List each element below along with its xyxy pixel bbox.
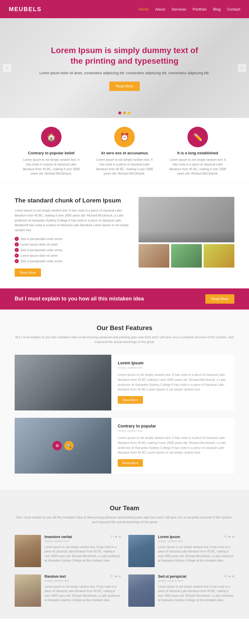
feature-card-text-2: Contrary to popular simply random text L… xyxy=(111,418,234,474)
about-readmore-button[interactable]: Read More xyxy=(15,268,41,277)
hero-dot-3[interactable] xyxy=(128,111,131,114)
social-facebook-2[interactable]: f xyxy=(224,535,225,538)
about-text: The standard chunk of Lorem Ipsum Lorem … xyxy=(15,197,130,277)
navbar: MEUBELS Home About Services Portfolio Bl… xyxy=(0,0,249,18)
social-twitter-4[interactable]: t xyxy=(226,575,227,578)
feature-card-desc-2: Lorem Ipsum is not simply random text. I… xyxy=(118,435,228,455)
banner-readmore-button[interactable]: Read More xyxy=(205,294,234,304)
hero-heading: Lorem Ipsum is simply dummy text of the … xyxy=(40,45,209,67)
social-heart-3[interactable]: ♥ xyxy=(115,575,117,578)
team-social-3: f t ♥ in xyxy=(111,575,121,578)
team-card-2: Lorem Ipsum f t ♥ in simply random text … xyxy=(128,535,235,567)
social-twitter-1[interactable]: t xyxy=(113,535,114,538)
hero-dot-2[interactable] xyxy=(123,111,126,114)
nav-portfolio[interactable]: Portfolio xyxy=(192,7,207,11)
feature-icon-edit: ✏️ xyxy=(187,127,208,147)
team-grid: Inventore veritat f t ♥ in simply random… xyxy=(15,535,234,607)
hero-prev-button[interactable]: ‹ xyxy=(3,64,11,72)
feature-card-sub-2: simply random text xyxy=(118,429,228,432)
nav-about[interactable]: About xyxy=(155,7,165,11)
feature-card-image-2: ⚙ 🔍 xyxy=(15,418,111,474)
features-row: 🏠 Contrary to popular belief Lorem Ipsum… xyxy=(0,118,249,179)
social-twitter-2[interactable]: t xyxy=(226,535,227,538)
team-role-2: simply random text xyxy=(158,540,235,543)
list-item: Sed ut perspiciatis unde omnis xyxy=(15,259,130,263)
team-desc-2: Lorem Ipsum is not simply random text. I… xyxy=(158,545,235,563)
team-name-3: Random text xyxy=(45,574,66,579)
hero-readmore-button[interactable]: Read More xyxy=(109,82,139,91)
feature-title-3: It is a long established xyxy=(167,151,228,155)
best-features-subtitle: But I must explain to you this mistaken … xyxy=(15,335,234,344)
social-heart-1[interactable]: ♥ xyxy=(115,535,117,538)
hero-next-button[interactable]: › xyxy=(238,64,246,72)
list-item: Lorem ipsum dolor sit amet xyxy=(15,242,130,246)
team-social-2: f t ♥ in xyxy=(224,535,234,538)
social-twitter-3[interactable]: t xyxy=(113,575,114,578)
feature-item-1: 🏠 Contrary to popular belief Lorem Ipsum… xyxy=(18,127,85,176)
social-facebook-4[interactable]: f xyxy=(224,575,225,578)
list-item: Lorem ipsum dolor sit amet xyxy=(15,253,130,258)
feature-card-sub-1: simply random text xyxy=(118,366,228,369)
hero-content: Lorem Ipsum is simply dummy text of the … xyxy=(40,45,209,91)
social-facebook-1[interactable]: f xyxy=(111,535,112,538)
about-image-small-1 xyxy=(139,244,169,268)
best-features-title: Our Best Features xyxy=(15,324,234,332)
feature-icon-home: 🏠 xyxy=(41,127,62,147)
about-body: Lorem Ipsum is not simply random text. I… xyxy=(15,208,130,233)
about-image-main xyxy=(139,197,234,242)
feature-title-2: At vero eos et accusamus xyxy=(94,151,155,155)
feature-card-btn-2[interactable]: Read More xyxy=(118,459,143,467)
feature-card-1: Lorem Ipsum simply random text Lorem Ips… xyxy=(15,355,234,410)
team-card-3: Random text f t ♥ in simply random text … xyxy=(15,574,121,607)
team-name-row-2: Lorem Ipsum f t ♥ in xyxy=(158,535,235,539)
feature-card-desc-1: Lorem Ipsum is not simply random text. I… xyxy=(118,372,228,392)
feature-desc-1: Lorem Ipsum is not simply random text. I… xyxy=(21,158,82,176)
team-photo-4 xyxy=(128,574,155,607)
feature-card-text-1: Lorem Ipsum simply random text Lorem Ips… xyxy=(111,355,234,410)
feature-card-title-1: Lorem Ipsum xyxy=(118,361,228,365)
team-role-3: simply random text xyxy=(45,579,121,582)
about-heading: The standard chunk of Lorem Ipsum xyxy=(15,197,130,204)
team-info-1: Inventore veritat f t ♥ in simply random… xyxy=(45,535,121,563)
brand-logo: MEUBELS xyxy=(9,6,139,13)
home-icon: 🏠 xyxy=(47,133,56,142)
social-heart-2[interactable]: ♥ xyxy=(229,535,231,538)
team-section: Our Team But I must explain to you all t… xyxy=(0,490,249,618)
team-name-1: Inventore veritat xyxy=(45,535,72,539)
hero-dot-1[interactable] xyxy=(118,111,121,114)
nav-blog[interactable]: Blog xyxy=(213,7,221,11)
nav-services[interactable]: Services xyxy=(172,7,186,11)
list-item: Sed ut perspiciatis unde omnis xyxy=(15,237,130,241)
about-image-small-3 xyxy=(204,244,234,268)
social-heart-4[interactable]: ♥ xyxy=(229,575,231,578)
about-images xyxy=(139,197,234,268)
team-card-1: Inventore veritat f t ♥ in simply random… xyxy=(15,535,121,567)
link-icon[interactable]: ⚙ xyxy=(52,441,62,450)
best-features-section: Our Best Features But I must explain to … xyxy=(0,310,249,490)
team-desc-4: Lorem Ipsum is not simply random text. I… xyxy=(158,584,235,603)
feature-card-btn-1[interactable]: Read More xyxy=(118,396,143,404)
about-checklist: Sed ut perspiciatis unde omnis Lorem ips… xyxy=(15,237,130,263)
hero-dots xyxy=(118,111,131,114)
team-name-4: Sed ut perspiciat xyxy=(158,574,187,579)
nav-contact[interactable]: Contact xyxy=(227,7,240,11)
team-photo-3 xyxy=(15,574,41,607)
social-linkedin-1[interactable]: in xyxy=(119,535,121,538)
team-subtitle: But I must explain to you all this mista… xyxy=(15,515,234,525)
team-desc-1: Lorem Ipsum is not simply random text. I… xyxy=(45,545,121,563)
edit-icon: ✏️ xyxy=(193,133,202,142)
social-linkedin-2[interactable]: in xyxy=(232,535,234,538)
team-photo-1 xyxy=(15,535,41,567)
search-icon[interactable]: 🔍 xyxy=(64,441,74,450)
social-linkedin-4[interactable]: in xyxy=(232,575,234,578)
social-facebook-3[interactable]: f xyxy=(111,575,112,578)
social-linkedin-3[interactable]: in xyxy=(119,575,121,578)
nav-links: Home About Services Portfolio Blog Conta… xyxy=(139,6,240,12)
team-info-4: Sed ut perspiciat f t ♥ in simply random… xyxy=(158,574,235,603)
feature-desc-3: Lorem Ipsum is not simply random text. I… xyxy=(167,158,228,176)
hero-description: Lorem ipsum dolor sit amet, consectetur … xyxy=(40,70,209,76)
feature-item-3: ✏️ It is a long established Lorem Ipsum … xyxy=(164,127,231,176)
banner-text: But I must explain to you how all this m… xyxy=(15,296,205,302)
about-section: The standard chunk of Lorem Ipsum Lorem … xyxy=(0,185,249,288)
nav-home[interactable]: Home xyxy=(139,7,149,11)
